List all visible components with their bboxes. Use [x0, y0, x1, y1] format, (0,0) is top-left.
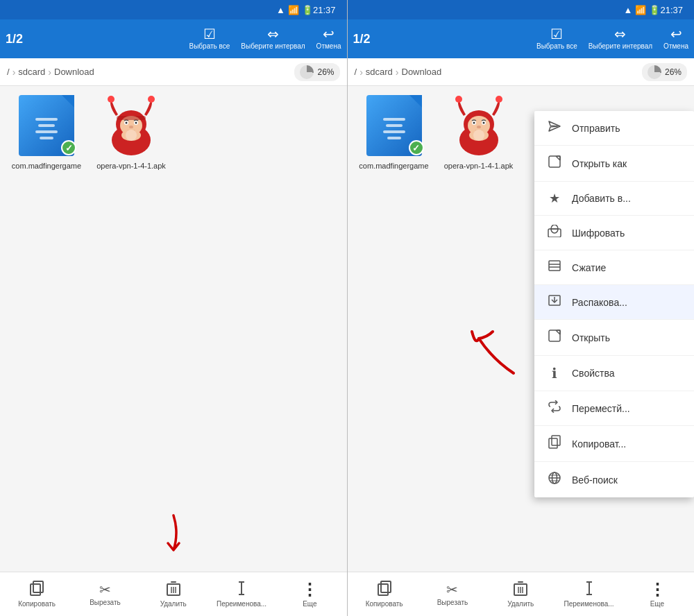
right-breadcrumb-sdcard[interactable]: sdcard	[366, 67, 393, 77]
left-file-zip[interactable]: ✓ com.madfingergame	[8, 94, 85, 171]
breadcrumb-root[interactable]: /	[7, 67, 10, 77]
copy-icon	[29, 581, 44, 598]
right-signal-icon: 📶	[635, 5, 646, 15]
right-more-btn[interactable]: ⋮ Еще	[623, 572, 691, 616]
right-zip-line-1	[383, 118, 405, 121]
menu-web-search[interactable]: Веб-поиск	[534, 462, 694, 497]
svg-rect-43	[549, 330, 560, 341]
right-file-zip[interactable]: ✓ com.madfingergame	[356, 94, 432, 171]
compress-icon	[547, 259, 562, 275]
left-time: 21:37	[313, 5, 336, 15]
right-copy-label: Копировать	[366, 600, 403, 608]
right-apk-name: opera-vpn-1-4-1.apk	[444, 161, 514, 171]
left-more-btn[interactable]: ⋮ Еще	[276, 572, 344, 616]
right-select-interval-btn[interactable]: ⇔ Выберите интервал	[589, 27, 652, 51]
menu-send[interactable]: Отправить	[534, 111, 694, 146]
right-interval-label: Выберите интервал	[589, 42, 652, 51]
right-storage-badge: 26%	[642, 63, 687, 81]
signal-icon: 📶	[288, 5, 299, 15]
svg-point-2	[108, 96, 115, 103]
left-cut-btn[interactable]: ✂ Вырезать	[71, 572, 139, 616]
right-rename-icon	[582, 581, 596, 598]
menu-open-as-label: Открыть как	[572, 158, 627, 169]
menu-move[interactable]: Переместй...	[534, 391, 694, 426]
left-storage-badge: 26%	[294, 63, 339, 81]
right-select-all-icon: ☑	[550, 27, 563, 41]
zip-line-4	[40, 137, 53, 139]
right-zip-line-2	[386, 124, 403, 127]
left-breadcrumb: / › sdcard › Download 26%	[0, 58, 347, 86]
left-apk-name: opera-vpn-1-4-1.apk	[96, 161, 166, 171]
cut-icon: ✂	[99, 583, 111, 597]
menu-encrypt[interactable]: Шифровать	[534, 216, 694, 250]
right-delete-icon	[514, 581, 527, 598]
svg-point-31	[477, 126, 481, 128]
breadcrumb-download[interactable]: Download	[54, 67, 94, 77]
left-file-apk[interactable]: opera-vpn-1-4-1.apk	[93, 94, 169, 171]
menu-add-to[interactable]: ★ Добавить в...	[534, 182, 694, 216]
encrypt-icon	[547, 225, 562, 241]
menu-copy-label: Копироват...	[572, 438, 626, 450]
left-rename-label: Переименова...	[217, 600, 266, 608]
svg-rect-34	[549, 156, 560, 167]
right-copy-btn[interactable]: Копировать	[350, 572, 418, 616]
properties-icon: ℹ	[547, 365, 562, 382]
left-select-interval-btn[interactable]: ⇔ Выберите интервал	[241, 27, 305, 51]
left-bottom-bar: Копировать ✂ Вырезать Удалить Переименов…	[0, 572, 347, 616]
selected-checkmark: ✓	[61, 140, 76, 155]
right-rename-btn[interactable]: Переименова...	[555, 572, 623, 616]
left-copy-btn[interactable]: Копировать	[3, 572, 71, 616]
svg-rect-45	[552, 436, 560, 445]
right-rename-label: Переименова...	[564, 600, 614, 608]
right-delete-btn[interactable]: Удалить	[486, 572, 555, 616]
right-zip-line-3	[383, 130, 405, 133]
menu-extract-label: Распакова...	[572, 297, 627, 308]
opera-viking-icon	[103, 95, 160, 156]
left-selection-count: 1/2	[6, 32, 31, 46]
right-cut-label: Вырезать	[437, 599, 468, 606]
right-cut-btn[interactable]: ✂ Вырезать	[418, 572, 486, 616]
svg-point-25	[496, 96, 502, 103]
right-breadcrumb: / › sdcard › Download 26%	[348, 58, 695, 86]
right-breadcrumb-sep2: ›	[396, 67, 399, 78]
left-select-all-btn[interactable]: ☑ Выбрать все	[189, 27, 230, 51]
svg-point-33	[473, 130, 484, 141]
right-cancel-label: Отмена	[663, 42, 688, 51]
left-cut-label: Вырезать	[90, 599, 120, 606]
open-as-icon	[547, 155, 562, 172]
right-breadcrumb-root[interactable]: /	[355, 67, 357, 77]
left-toolbar-actions: ☑ Выбрать все ⇔ Выберите интервал ↩ Отме…	[35, 27, 341, 51]
menu-compress[interactable]: Сжатие	[534, 250, 694, 285]
menu-open-as[interactable]: Открыть как	[534, 146, 694, 182]
menu-properties-label: Свойства	[572, 368, 614, 379]
menu-add-to-label: Добавить в...	[572, 193, 631, 204]
send-icon	[547, 120, 562, 136]
left-delete-btn[interactable]: Удалить	[139, 572, 208, 616]
right-toolbar-actions: ☑ Выбрать все ⇔ Выберите интервал ↩ Отме…	[382, 27, 689, 51]
right-file-apk[interactable]: opera-vpn-1-4-1.apk	[441, 94, 517, 171]
right-selected-checkmark: ✓	[409, 140, 424, 155]
breadcrumb-sdcard[interactable]: sdcard	[18, 67, 45, 77]
right-storage-percent: 26%	[665, 67, 682, 77]
zip-line-1	[35, 118, 58, 121]
menu-encrypt-label: Шифровать	[572, 228, 625, 239]
left-cancel-btn[interactable]: ↩ Отмена	[316, 27, 341, 51]
left-apk-thumb	[100, 94, 162, 157]
right-status-bar: ▲ 📶 🔋 21:37	[348, 0, 695, 19]
right-cancel-btn[interactable]: ↩ Отмена	[663, 27, 688, 51]
menu-properties[interactable]: ℹ Свойства	[534, 356, 694, 391]
left-file-grid: ✓ com.madfingergame	[0, 86, 347, 572]
right-select-all-btn[interactable]: ☑ Выбрать все	[536, 27, 577, 51]
right-breadcrumb-download[interactable]: Download	[402, 67, 442, 77]
left-rename-btn[interactable]: Переименова...	[208, 572, 276, 616]
svg-point-9	[129, 126, 133, 128]
right-bottom-bar: Копировать ✂ Вырезать Удалить Переименов…	[348, 572, 695, 616]
left-toolbar: 1/2 ☑ Выбрать все ⇔ Выберите интервал ↩ …	[0, 19, 347, 58]
menu-copy[interactable]: Копироват...	[534, 426, 694, 462]
right-zip-thumb: ✓	[363, 94, 425, 157]
delete-icon	[167, 581, 180, 598]
menu-open[interactable]: Открыть	[534, 320, 694, 356]
wifi-icon: ▲	[276, 5, 285, 15]
menu-extract[interactable]: Распакова...	[534, 285, 694, 320]
left-zip-thumb: ✓	[15, 94, 78, 157]
